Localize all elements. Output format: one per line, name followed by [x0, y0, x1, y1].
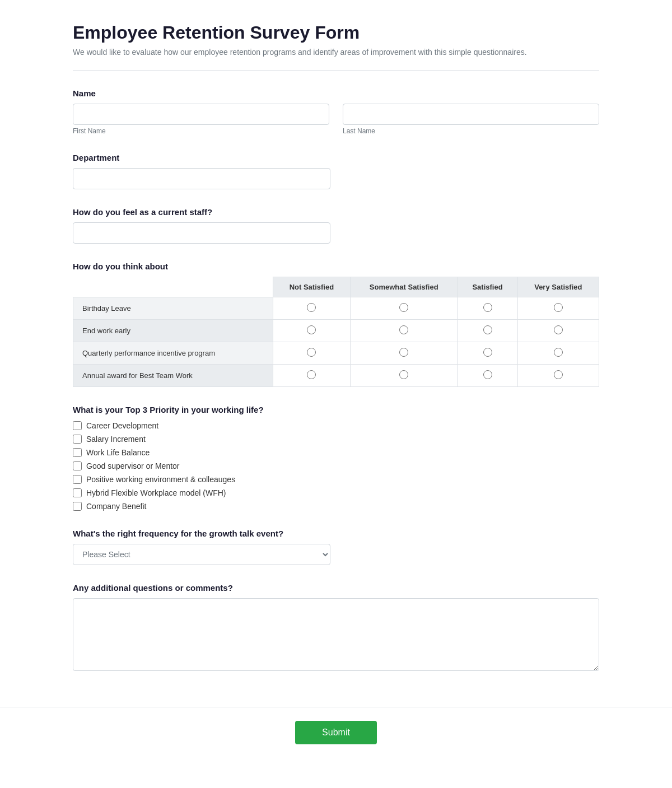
row-birthday-leave: Birthday Leave	[73, 297, 273, 320]
satisfaction-empty-header	[73, 277, 273, 297]
priority-section: What is your Top 3 Priority in your work…	[73, 405, 599, 511]
checkbox-label-hybrid[interactable]: Hybrid Flexible Workplace model (WFH)	[86, 488, 226, 497]
radio-cell	[458, 297, 517, 320]
radio-not-satisfied-3[interactable]	[307, 370, 316, 379]
radio-cell	[517, 365, 599, 387]
radio-somewhat-2[interactable]	[399, 348, 408, 357]
table-row: Quarterly performance incentive program	[73, 342, 599, 365]
first-name-sublabel: First Name	[73, 127, 329, 135]
radio-satisfied-0[interactable]	[483, 303, 492, 312]
radio-very-satisfied-1[interactable]	[554, 325, 563, 334]
submit-button[interactable]: Submit	[295, 721, 377, 744]
radio-satisfied-2[interactable]	[483, 348, 492, 357]
radio-somewhat-3[interactable]	[399, 370, 408, 379]
checkbox-hybrid-workplace[interactable]	[73, 488, 82, 497]
frequency-label: What's the right frequency for the growt…	[73, 529, 599, 538]
header-divider	[73, 70, 599, 71]
department-input[interactable]	[73, 168, 330, 189]
radio-cell	[351, 342, 458, 365]
radio-somewhat-1[interactable]	[399, 325, 408, 334]
checkbox-salary-increment[interactable]	[73, 435, 82, 444]
checkbox-label-environment[interactable]: Positive working environment & colleauge…	[86, 475, 235, 484]
col-satisfied: Satisfied	[458, 277, 517, 297]
checkbox-career-development[interactable]	[73, 421, 82, 430]
radio-cell	[351, 297, 458, 320]
satisfaction-table: Not Satisfied Somewhat Satisfied Satisfi…	[73, 277, 599, 387]
col-not-satisfied: Not Satisfied	[273, 277, 350, 297]
radio-cell	[458, 342, 517, 365]
radio-cell	[517, 297, 599, 320]
radio-not-satisfied-0[interactable]	[307, 303, 316, 312]
comments-textarea[interactable]	[73, 598, 599, 671]
row-end-work-early: End work early	[73, 320, 273, 342]
col-somewhat-satisfied: Somewhat Satisfied	[351, 277, 458, 297]
checkbox-label-benefit[interactable]: Company Benefit	[86, 502, 146, 511]
satisfaction-label: How do you think about	[73, 262, 599, 271]
radio-somewhat-0[interactable]	[399, 303, 408, 312]
radio-very-satisfied-0[interactable]	[554, 303, 563, 312]
radio-very-satisfied-2[interactable]	[554, 348, 563, 357]
checkbox-item-hybrid: Hybrid Flexible Workplace model (WFH)	[73, 488, 599, 497]
checkbox-positive-environment[interactable]	[73, 475, 82, 484]
checkbox-item-benefit: Company Benefit	[73, 502, 599, 511]
comments-section: Any additional questions or comments?	[73, 583, 599, 673]
checkbox-item-career: Career Development	[73, 421, 599, 430]
radio-very-satisfied-3[interactable]	[554, 370, 563, 379]
radio-cell	[273, 365, 350, 387]
frequency-select[interactable]: Please Select Monthly Quarterly Semi-Ann…	[73, 544, 330, 565]
radio-satisfied-1[interactable]	[483, 325, 492, 334]
frequency-section: What's the right frequency for the growt…	[73, 529, 599, 565]
radio-cell	[517, 320, 599, 342]
page-title: Employee Retention Survey Form	[73, 22, 599, 43]
checkbox-label-career[interactable]: Career Development	[86, 421, 158, 430]
radio-cell	[351, 365, 458, 387]
radio-satisfied-3[interactable]	[483, 370, 492, 379]
radio-cell	[458, 365, 517, 387]
table-row: End work early	[73, 320, 599, 342]
priority-label: What is your Top 3 Priority in your work…	[73, 405, 599, 414]
feel-input[interactable]	[73, 222, 330, 244]
row-quarterly-program: Quarterly performance incentive program	[73, 342, 273, 365]
checkbox-company-benefit[interactable]	[73, 502, 82, 511]
col-very-satisfied: Very Satisfied	[517, 277, 599, 297]
checkbox-item-worklife: Work Life Balance	[73, 448, 599, 457]
department-section: Department	[73, 153, 599, 189]
feel-section: How do you feel as a current staff?	[73, 207, 599, 244]
checkbox-item-salary: Salary Increment	[73, 435, 599, 444]
radio-not-satisfied-1[interactable]	[307, 325, 316, 334]
checkbox-work-life-balance[interactable]	[73, 448, 82, 457]
radio-cell	[273, 342, 350, 365]
radio-cell	[458, 320, 517, 342]
name-label: Name	[73, 88, 599, 98]
checkbox-item-environment: Positive working environment & colleauge…	[73, 475, 599, 484]
checkbox-label-worklife[interactable]: Work Life Balance	[86, 448, 150, 457]
last-name-group: Last Name	[343, 104, 599, 135]
radio-cell	[517, 342, 599, 365]
checkbox-label-salary[interactable]: Salary Increment	[86, 435, 146, 444]
radio-cell	[273, 297, 350, 320]
feel-label: How do you feel as a current staff?	[73, 207, 599, 217]
last-name-input[interactable]	[343, 104, 599, 125]
name-section: Name First Name Last Name	[73, 88, 599, 135]
name-row: First Name Last Name	[73, 104, 599, 135]
first-name-input[interactable]	[73, 104, 329, 125]
checkbox-item-supervisor: Good supervisor or Mentor	[73, 461, 599, 470]
satisfaction-section: How do you think about Not Satisfied Som…	[73, 262, 599, 387]
last-name-sublabel: Last Name	[343, 127, 599, 135]
table-row: Annual award for Best Team Work	[73, 365, 599, 387]
department-label: Department	[73, 153, 599, 162]
form-subtitle: We would like to evaluate how our employ…	[73, 48, 599, 57]
checkbox-label-supervisor[interactable]: Good supervisor or Mentor	[86, 461, 180, 470]
row-annual-award: Annual award for Best Team Work	[73, 365, 273, 387]
table-row: Birthday Leave	[73, 297, 599, 320]
first-name-group: First Name	[73, 104, 329, 135]
form-footer: Submit	[0, 707, 672, 767]
checkbox-good-supervisor[interactable]	[73, 461, 82, 470]
radio-cell	[351, 320, 458, 342]
radio-cell	[273, 320, 350, 342]
radio-not-satisfied-2[interactable]	[307, 348, 316, 357]
comments-label: Any additional questions or comments?	[73, 583, 599, 593]
